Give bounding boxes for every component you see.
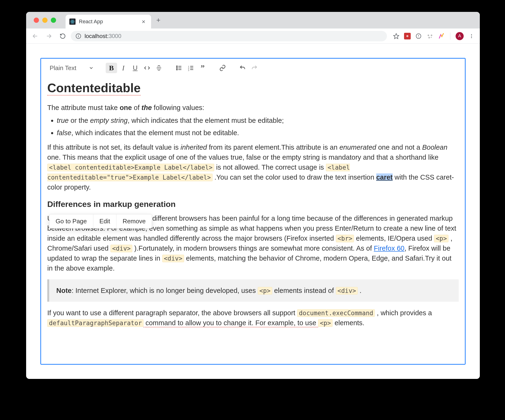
strikethrough-button[interactable] [153,63,165,73]
chevron-down-icon [88,65,94,70]
inline-format-group: B I U [106,63,165,73]
profile-avatar[interactable]: A [456,32,464,40]
italic-button[interactable]: I [118,63,129,73]
browser-window: React App × + localhost:3000 [26,12,480,379]
reload-button[interactable] [57,30,68,42]
link-goto-button[interactable]: Go to Page [49,214,93,228]
react-favicon-icon [69,19,76,25]
inline-code: <div> [162,255,184,262]
ordered-list-button[interactable]: 123 [185,63,196,73]
separator [450,32,450,40]
svg-point-16 [431,37,432,38]
svg-point-12 [418,37,419,37]
tab-bar: React App × + [26,12,480,29]
svg-point-6 [78,34,79,35]
address-bar[interactable]: localhost:3000 [71,31,387,41]
code-button[interactable] [141,63,153,73]
url-bar: localhost:3000 A [26,29,480,44]
list-item: false, which indicates that the element … [57,128,459,138]
svg-marker-7 [394,33,399,39]
inline-code: <br> [336,235,354,242]
bullet-list: true or the empty string, which indicate… [47,115,459,138]
paragraph: If this attribute is not set, its defaul… [47,142,459,192]
svg-point-13 [428,34,429,36]
maximize-window-button[interactable] [51,18,56,23]
url-text: localhost:3000 [85,33,121,39]
rich-text-editor[interactable]: Plain Text B I U [40,58,466,365]
paragraph: The attribute must take one of the follo… [47,103,459,113]
link-context-menu: Go to Page Edit Remove [49,214,152,229]
editor-toolbar: Plain Text B I U [47,59,459,77]
svg-point-22 [177,69,177,70]
svg-point-14 [431,34,432,36]
svg-point-18 [471,36,472,37]
inline-code: <label contenteditable>Example Label</la… [47,164,214,171]
inline-code: <p> [258,287,272,295]
inline-code: <div> [336,287,358,295]
page-viewport: Plain Text B I U [26,44,480,379]
block-type-label: Plain Text [50,64,76,72]
section-heading: Differences in markup generation [47,198,459,210]
underline-button[interactable]: U [129,63,141,73]
extension-icon-2[interactable] [415,32,422,40]
blockquote-button[interactable]: ” [197,63,208,73]
list-item: true or the empty string, which indicate… [57,115,459,125]
close-window-button[interactable] [34,18,39,23]
forward-button[interactable] [43,30,55,42]
link-button[interactable] [217,63,228,73]
window-controls [34,18,56,23]
note-block: Note: Internet Explorer, which is no lon… [47,279,459,302]
back-button[interactable] [29,30,41,42]
svg-text:3: 3 [188,69,189,71]
block-format-group: 123 ” [173,63,208,73]
link-remove-button[interactable]: Remove [116,214,152,228]
site-info-icon[interactable] [76,33,81,39]
undo-button[interactable] [237,63,248,73]
bullet-list-button[interactable] [173,63,184,73]
bookmark-star-icon[interactable] [393,32,400,40]
caret-link[interactable]: caret [376,173,393,181]
minimize-window-button[interactable] [42,18,48,23]
svg-point-20 [177,66,177,67]
bold-button[interactable]: B [106,63,117,73]
tab-close-icon[interactable]: × [140,18,147,25]
block-type-select[interactable]: Plain Text [47,63,97,73]
redo-button[interactable] [249,63,260,73]
editor-content[interactable]: Contenteditable The attribute must take … [47,79,459,328]
inline-code: <p> [434,235,448,242]
firefox-link[interactable]: Firefox 60 [374,244,404,252]
inline-code: <p> [318,319,333,327]
svg-point-21 [177,67,177,68]
svg-point-9 [407,36,408,36]
inline-code: <div> [110,245,132,252]
extension-icon-3[interactable] [426,32,434,40]
doc-title: Contenteditable [47,79,459,97]
paragraph: If you want to use a different paragraph… [47,308,459,328]
svg-point-19 [471,37,472,38]
link-group [217,63,228,73]
extension-icon-1[interactable] [404,33,411,39]
tab-title: React App [79,19,140,25]
toolbar-actions: A [389,32,476,40]
link-edit-button[interactable]: Edit [93,214,116,228]
extension-icon-4[interactable] [438,32,445,40]
history-group [237,63,260,73]
inline-code: defaultParagraphSeparator [47,319,144,327]
browser-tab[interactable]: React App × [66,15,151,29]
svg-point-17 [471,34,472,35]
svg-point-0 [72,21,73,22]
new-tab-button[interactable]: + [151,16,166,24]
svg-point-15 [429,37,430,38]
kebab-menu-icon[interactable] [468,32,475,40]
inline-code: document.execCommand [297,309,375,317]
